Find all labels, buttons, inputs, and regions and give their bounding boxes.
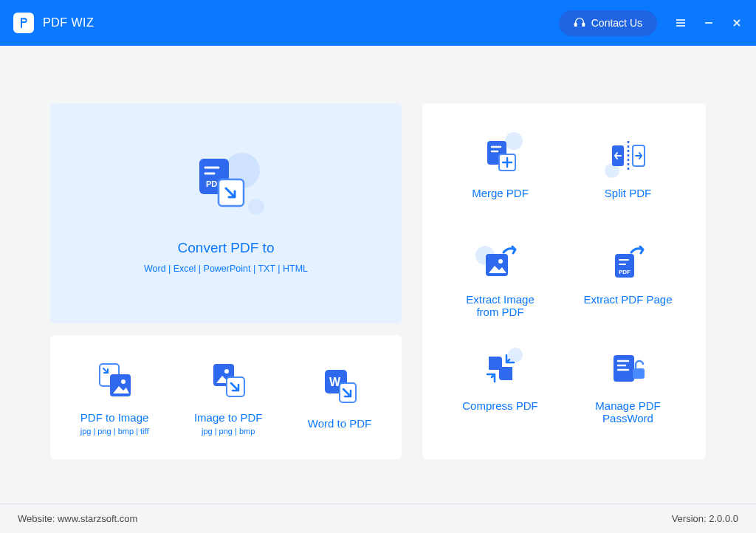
headset-icon bbox=[574, 16, 585, 30]
split-pdf-icon bbox=[608, 135, 649, 176]
tool-title: Manage PDF PassWord bbox=[595, 399, 660, 427]
manage-password-tile[interactable]: Manage PDF PassWord bbox=[568, 338, 688, 437]
tool-title: Extract Image from PDF bbox=[466, 293, 535, 321]
pdf-to-image-tile[interactable]: PDF to Image jpg | png | bmp | tiff bbox=[75, 354, 155, 441]
window-controls bbox=[675, 17, 743, 29]
compress-pdf-icon bbox=[480, 348, 521, 389]
merge-pdf-icon bbox=[480, 135, 521, 176]
image-to-pdf-icon bbox=[207, 360, 249, 401]
svg-rect-37 bbox=[614, 355, 634, 382]
menu-button[interactable] bbox=[675, 17, 687, 29]
svg-point-32 bbox=[498, 259, 503, 264]
convert-pdf-subtitle: Word | Excel | PowerPoint | TXT | HTML bbox=[144, 264, 308, 274]
app-title: PDF WIZ bbox=[43, 16, 94, 30]
svg-rect-41 bbox=[633, 368, 645, 379]
pdf-to-image-icon bbox=[94, 360, 135, 401]
manage-password-icon bbox=[608, 348, 649, 389]
close-button[interactable] bbox=[731, 17, 743, 29]
tool-subtitle: jpg | png | bmp bbox=[202, 427, 255, 436]
right-tools-grid: Merge PDF Split PDF bbox=[422, 103, 706, 459]
tool-title: Image to PDF bbox=[194, 411, 263, 424]
extract-pdf-page-icon: PDF bbox=[608, 241, 649, 283]
extract-image-tile[interactable]: Extract Image from PDF bbox=[440, 232, 560, 331]
merge-pdf-tile[interactable]: Merge PDF bbox=[440, 125, 560, 224]
contact-us-button[interactable]: Contact Us bbox=[559, 10, 657, 36]
word-to-pdf-icon: W bbox=[319, 365, 360, 407]
footer: Website: www.starzsoft.com Version: 2.0.… bbox=[0, 503, 756, 533]
convert-pdf-title: Convert PDF to bbox=[178, 240, 275, 256]
svg-rect-0 bbox=[574, 23, 577, 26]
compress-pdf-tile[interactable]: Compress PDF bbox=[440, 338, 560, 437]
convert-pdf-icon: PDF bbox=[190, 153, 261, 224]
main-content: PDF Convert PDF to Word | Excel | PowerP… bbox=[0, 46, 756, 503]
convert-pdf-tile[interactable]: PDF Convert PDF to Word | Excel | PowerP… bbox=[50, 103, 402, 323]
image-to-pdf-tile[interactable]: Image to PDF jpg | png | bmp bbox=[188, 354, 269, 441]
tool-title: Compress PDF bbox=[462, 399, 538, 427]
svg-text:PDF: PDF bbox=[619, 269, 630, 275]
tool-title: Extract PDF Page bbox=[583, 293, 672, 321]
svg-point-15 bbox=[121, 379, 126, 384]
tool-title: Merge PDF bbox=[472, 187, 529, 215]
contact-us-label: Contact Us bbox=[591, 17, 642, 29]
version-label: Version: 2.0.0.0 bbox=[672, 513, 738, 524]
app-logo-icon bbox=[13, 13, 34, 33]
svg-rect-1 bbox=[583, 23, 585, 26]
split-pdf-tile[interactable]: Split PDF bbox=[568, 125, 688, 224]
tool-title: Word to PDF bbox=[308, 417, 371, 430]
left-tools-row: PDF to Image jpg | png | bmp | tiff Imag… bbox=[50, 335, 402, 459]
svg-point-17 bbox=[224, 369, 229, 374]
extract-image-icon bbox=[480, 241, 521, 283]
tool-subtitle: jpg | png | bmp | tiff bbox=[80, 427, 149, 436]
extract-pdf-page-tile[interactable]: PDF Extract PDF Page bbox=[568, 232, 688, 331]
tool-title: Split PDF bbox=[605, 187, 651, 215]
titlebar: PDF WIZ Contact Us bbox=[0, 0, 756, 46]
tool-title: PDF to Image bbox=[80, 411, 149, 424]
minimize-button[interactable] bbox=[703, 17, 715, 29]
website-link[interactable]: Website: www.starzsoft.com bbox=[18, 513, 137, 524]
word-to-pdf-tile[interactable]: W Word to PDF bbox=[302, 360, 377, 436]
